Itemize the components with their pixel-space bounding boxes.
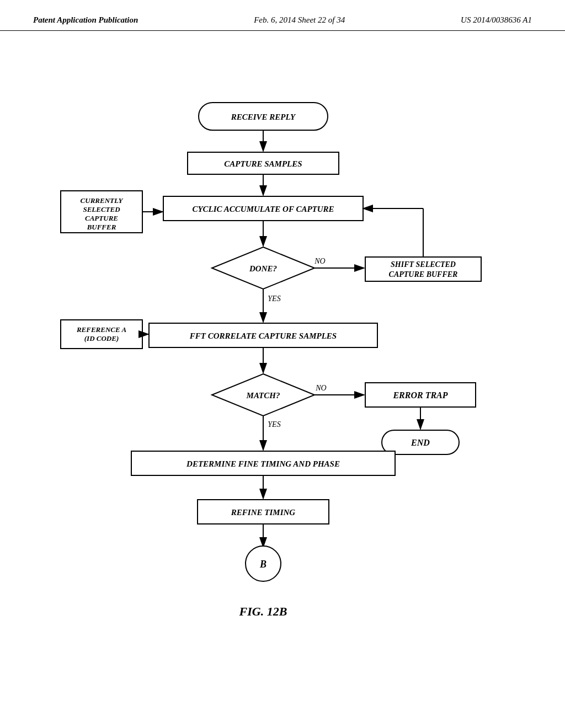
svg-text:B: B: [259, 559, 266, 570]
svg-text:FFT CORRELATE CAPTURE SAMPLES: FFT CORRELATE CAPTURE SAMPLES: [189, 331, 337, 340]
svg-text:CYCLIC ACCUMULATE OF CAPTURE: CYCLIC ACCUMULATE OF CAPTURE: [192, 205, 334, 213]
svg-text:CAPTURE BUFFER: CAPTURE BUFFER: [389, 270, 458, 279]
diagram-area: RECEIVE REPLY CAPTURE SAMPLES CYCLIC ACC…: [0, 31, 565, 709]
svg-text:MATCH?: MATCH?: [246, 391, 280, 400]
page-header: Patent Application Publication Feb. 6, 2…: [0, 0, 565, 31]
svg-text:CAPTURE SAMPLES: CAPTURE SAMPLES: [224, 159, 302, 168]
header-left: Patent Application Publication: [33, 15, 138, 25]
svg-text:REFERENCE A: REFERENCE A: [76, 325, 127, 334]
svg-text:CAPTURE: CAPTURE: [85, 214, 118, 222]
svg-text:ERROR TRAP: ERROR TRAP: [392, 390, 447, 400]
svg-text:BUFFER: BUFFER: [87, 223, 116, 231]
svg-text:NO: NO: [315, 384, 326, 392]
svg-text:DONE?: DONE?: [249, 264, 277, 273]
svg-text:REFINE TIMING: REFINE TIMING: [231, 508, 295, 517]
svg-text:DETERMINE FINE TIMING AND PHAS: DETERMINE FINE TIMING AND PHASE: [186, 459, 340, 468]
svg-text:YES: YES: [268, 420, 280, 429]
header-right: US 2014/0038636 A1: [461, 15, 532, 25]
svg-text:SHIFT SELECTED: SHIFT SELECTED: [391, 260, 456, 269]
svg-text:(ID CODE): (ID CODE): [84, 334, 119, 342]
svg-text:NO: NO: [314, 257, 325, 265]
svg-text:FIG. 12B: FIG. 12B: [239, 604, 287, 618]
svg-text:CURRENTLY: CURRENTLY: [81, 196, 124, 205]
header-center: Feb. 6, 2014 Sheet 22 of 34: [254, 15, 345, 25]
svg-text:SELECTED: SELECTED: [83, 205, 120, 213]
svg-text:RECEIVE REPLY: RECEIVE REPLY: [231, 113, 296, 121]
svg-text:YES: YES: [268, 295, 280, 303]
svg-text:END: END: [411, 438, 430, 447]
